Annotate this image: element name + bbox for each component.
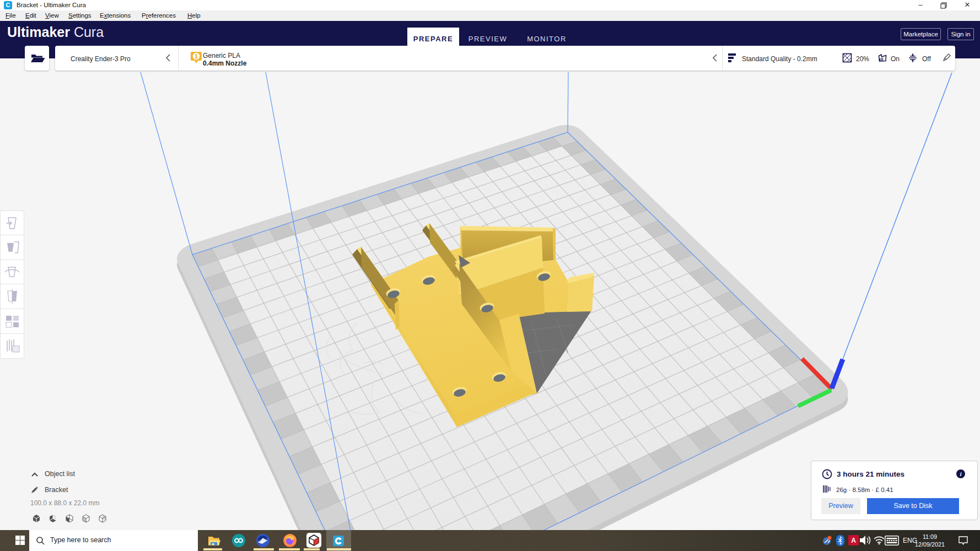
svg-text:1: 1 <box>195 53 198 60</box>
svg-text:A: A <box>851 537 856 544</box>
